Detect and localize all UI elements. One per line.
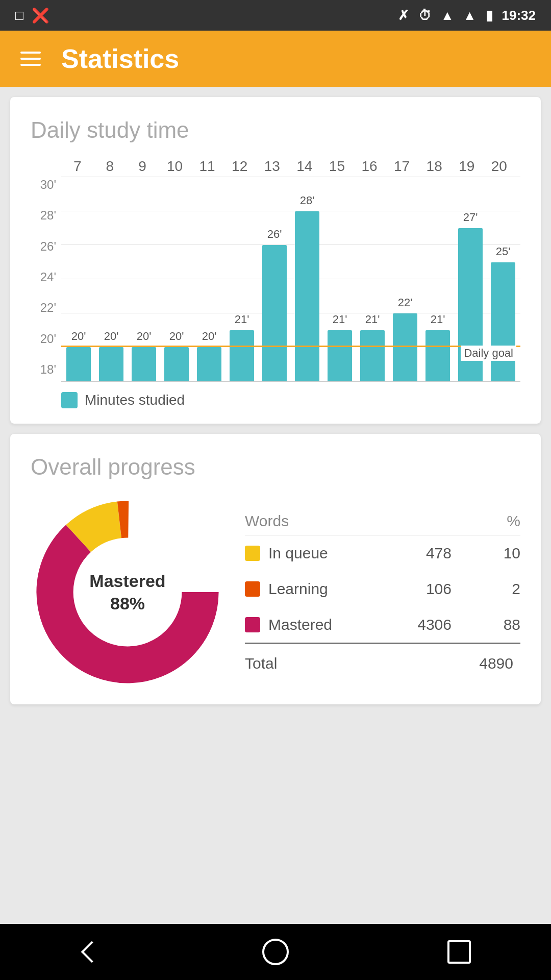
stats-row-mastered: Mastered 4306 88 [245, 607, 520, 643]
bar-label-9: 20' [137, 330, 152, 343]
image-icon: □ [15, 8, 23, 23]
header-pct: % [507, 512, 520, 530]
bar-group-14: 28' [292, 211, 322, 381]
chart-plot-area: 20'20'20'20'20'21'26'28'21'21'22'21'27'2… [61, 178, 520, 382]
bar-label-14: 28' [300, 194, 315, 207]
x-label-9: 9 [126, 158, 159, 175]
donut-label: Mastered [89, 571, 165, 591]
num-inqueue-words: 478 [383, 545, 452, 562]
chart-y-axis: 18' 20' 22' 24' 26' 28' 30' [31, 178, 61, 382]
bar-10 [164, 347, 189, 381]
bar-15 [328, 330, 352, 381]
bar-label-10: 20' [169, 330, 184, 343]
stats-total-row: Total 4890 [245, 650, 520, 672]
bar-label-12: 21' [235, 313, 249, 326]
bar-group-8: 20' [96, 347, 127, 381]
bar-group-9: 20' [129, 347, 159, 381]
battery-icon: ▮ [486, 8, 493, 23]
back-icon [81, 941, 103, 963]
bar-group-12: 21' [227, 330, 257, 381]
x-label-15: 15 [321, 158, 354, 175]
y-label-30: 30' [31, 178, 61, 192]
donut-chart: Mastered 88% [31, 495, 224, 689]
legend-swatch [61, 392, 78, 408]
bar-label-15: 21' [333, 313, 347, 326]
stats-divider [245, 643, 520, 644]
alarm-icon: ⏱ [418, 8, 432, 23]
x-label-8: 8 [94, 158, 127, 175]
num-learning-pct: 2 [452, 580, 520, 598]
hamburger-line [20, 52, 41, 54]
stats-table: Words % In queue 478 10 [245, 512, 520, 672]
clock-display: 19:32 [502, 8, 536, 23]
x-label-10: 10 [159, 158, 191, 175]
label-learning: Learning [268, 580, 328, 598]
stats-label-group-inqueue: In queue [245, 545, 383, 562]
swatch-inqueue [245, 546, 260, 561]
status-bar: □ ❌ ✗ ⏱ ▲ ▲ ▮ 19:32 [0, 0, 551, 31]
bar-label-17: 22' [398, 296, 413, 309]
bar-label-16: 21' [365, 313, 380, 326]
x-label-12: 12 [223, 158, 256, 175]
bar-label-19: 27' [463, 211, 478, 224]
bottom-nav [0, 924, 551, 980]
bar-group-15: 21' [324, 330, 355, 381]
recent-button[interactable] [441, 934, 477, 970]
bar-label-20: 25' [496, 245, 511, 258]
bar-group-7: 20' [63, 347, 94, 381]
bluetooth-icon: ✗ [398, 8, 409, 23]
stats-label-group-mastered: Mastered [245, 616, 383, 633]
hamburger-line [20, 64, 41, 66]
daily-study-time-card: Daily study time 7 8 9 10 11 12 13 14 15… [10, 97, 541, 424]
daily-goal-label: Daily goal [461, 346, 516, 361]
wifi-icon: ▲ [441, 8, 454, 23]
num-learning-words: 106 [383, 580, 452, 598]
hamburger-menu-button[interactable] [20, 52, 41, 66]
bar-9 [132, 347, 156, 381]
app-bar: Statistics [0, 31, 551, 87]
x-label-20: 20 [483, 158, 516, 175]
bars-wrapper: 20'20'20'20'20'21'26'28'21'21'22'21'27'2… [61, 178, 520, 381]
donut-center-text: Mastered 88% [89, 570, 165, 615]
page-title: Statistics [61, 43, 179, 74]
progress-layout: Mastered 88% Words % In queue 478 [31, 495, 520, 689]
x-label-14: 14 [288, 158, 321, 175]
back-button[interactable] [74, 934, 110, 970]
gridline-30 [61, 177, 520, 177]
notification-icon: ❌ [32, 7, 49, 24]
bar-group-18: 21' [422, 330, 453, 381]
stats-header-row: Words % [245, 512, 520, 535]
bar-group-11: 20' [194, 347, 224, 381]
signal-icon: ▲ [463, 8, 477, 23]
bar-group-16: 21' [357, 330, 388, 381]
bar-label-18: 21' [431, 313, 445, 326]
hamburger-line [20, 58, 41, 60]
legend-label: Minutes studied [85, 392, 185, 408]
bar-label-8: 20' [104, 330, 119, 343]
donut-value: 88% [110, 594, 145, 613]
x-label-11: 11 [191, 158, 223, 175]
bar-7 [66, 347, 91, 381]
y-label-24: 24' [31, 270, 61, 284]
chart-body: 18' 20' 22' 24' 26' 28' 30' 20'20'20'20'… [31, 178, 520, 382]
home-button[interactable] [258, 934, 293, 970]
bar-label-13: 26' [267, 228, 282, 241]
bar-13 [262, 245, 287, 381]
x-label-17: 17 [386, 158, 418, 175]
label-mastered: Mastered [268, 616, 332, 633]
bar-label-11: 20' [202, 330, 217, 343]
y-label-20: 20' [31, 332, 61, 346]
swatch-mastered [245, 617, 260, 632]
num-inqueue-pct: 10 [452, 545, 520, 562]
y-label-18: 18' [31, 362, 61, 377]
x-label-7: 7 [61, 158, 94, 175]
daily-study-time-title: Daily study time [31, 117, 520, 143]
x-label-19: 19 [450, 158, 483, 175]
bar-8 [99, 347, 123, 381]
y-label-22: 22' [31, 301, 61, 315]
y-label-26: 26' [31, 239, 61, 254]
home-icon [262, 939, 289, 965]
num-mastered-words: 4306 [383, 616, 452, 633]
bar-20 [491, 262, 515, 381]
bar-group-20: 25' [488, 262, 518, 381]
